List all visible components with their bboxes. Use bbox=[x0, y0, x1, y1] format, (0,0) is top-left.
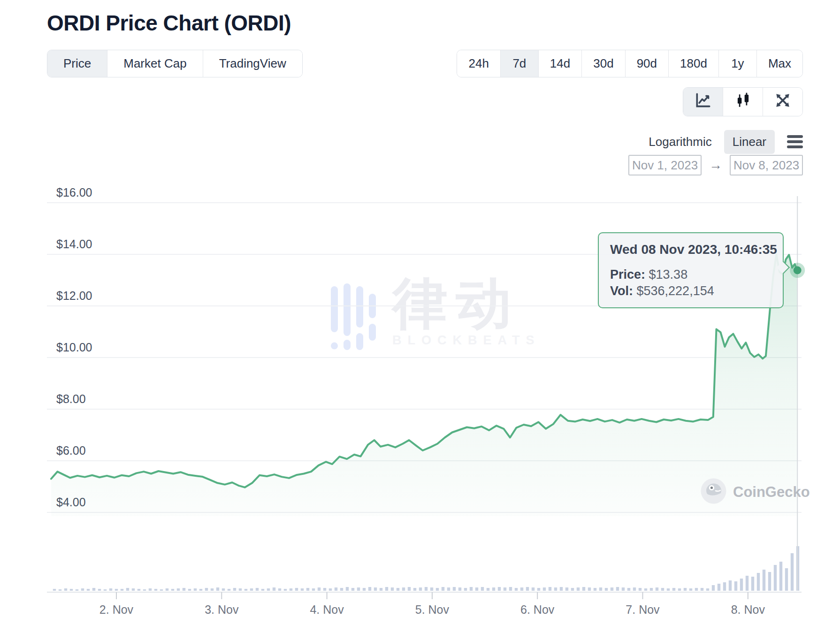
volume-bar bbox=[284, 589, 287, 591]
volume-bar bbox=[92, 588, 95, 591]
volume-bar bbox=[723, 582, 726, 591]
volume-bar bbox=[453, 587, 456, 591]
volume-bar bbox=[458, 587, 461, 591]
volume-bar bbox=[104, 589, 107, 591]
volume-bar bbox=[718, 584, 720, 591]
volume-bar bbox=[678, 588, 681, 591]
volume-bar bbox=[757, 573, 760, 591]
volume-bar bbox=[650, 588, 653, 591]
volume-bar bbox=[532, 587, 535, 591]
volume-bar bbox=[53, 589, 56, 591]
volume-bar bbox=[183, 588, 185, 591]
ordi-price-chart-page: ORDI Price Chart (ORDI) Price Market Cap… bbox=[0, 0, 840, 625]
volume-bar bbox=[498, 587, 501, 591]
y-axis-label: $6.00 bbox=[56, 444, 86, 457]
tooltip-price-row: Price: $13.38 bbox=[610, 267, 771, 283]
volume-bar bbox=[408, 587, 411, 591]
volume-bar bbox=[211, 588, 214, 591]
volume-bar bbox=[132, 588, 135, 591]
x-axis-label: 3. Nov bbox=[205, 603, 239, 616]
volume-bar bbox=[436, 588, 439, 591]
x-axis-label: 2. Nov bbox=[99, 603, 134, 616]
volume-bar bbox=[239, 588, 242, 591]
volume-bar bbox=[734, 581, 737, 591]
y-axis-label: $10.00 bbox=[56, 341, 92, 354]
volume-bar bbox=[763, 570, 765, 591]
volume-bar bbox=[526, 587, 529, 591]
volume-bar bbox=[329, 588, 332, 591]
volume-bar bbox=[126, 588, 129, 591]
volume-bar bbox=[779, 562, 782, 591]
volume-bar bbox=[605, 588, 608, 591]
volume-bar bbox=[695, 588, 698, 591]
volume-bar bbox=[768, 572, 771, 591]
y-axis-label: $14.00 bbox=[56, 237, 92, 251]
x-axis-label: 7. Nov bbox=[626, 603, 660, 616]
volume-bar bbox=[199, 589, 202, 591]
x-axis-label: 6. Nov bbox=[520, 603, 555, 616]
marker-dot[interactable] bbox=[794, 267, 802, 274]
volume-bar bbox=[318, 587, 321, 591]
volume-bar bbox=[599, 587, 602, 591]
volume-bar bbox=[481, 587, 484, 591]
volume-bar bbox=[622, 587, 625, 591]
volume-bar bbox=[391, 587, 394, 591]
volume-bar bbox=[611, 587, 613, 591]
volume-bar bbox=[554, 587, 557, 591]
volume-bar bbox=[661, 588, 664, 591]
volume-bar bbox=[644, 588, 647, 591]
volume-bar bbox=[515, 588, 518, 591]
volume-bar bbox=[504, 587, 506, 591]
volume-bar bbox=[397, 588, 399, 591]
volume-bar bbox=[442, 587, 444, 591]
x-axis-label: 8. Nov bbox=[731, 603, 765, 616]
volume-bar bbox=[81, 588, 84, 591]
volume-bar bbox=[543, 587, 546, 591]
volume-bar bbox=[233, 588, 236, 591]
volume-bar bbox=[684, 588, 687, 591]
volume-bar bbox=[475, 587, 478, 591]
volume-bar bbox=[672, 588, 675, 591]
volume-bar bbox=[301, 588, 304, 591]
volume-bar bbox=[290, 588, 292, 591]
volume-bar bbox=[419, 587, 422, 591]
volume-bar bbox=[577, 587, 580, 591]
volume-bar bbox=[121, 589, 123, 591]
volume-bar bbox=[357, 587, 360, 591]
volume-bar bbox=[689, 588, 692, 591]
volume-bar bbox=[633, 587, 636, 591]
volume-bar bbox=[228, 589, 230, 591]
volume-bar bbox=[267, 588, 270, 591]
volume-bar bbox=[194, 588, 197, 591]
volume-bar bbox=[216, 587, 219, 591]
volume-bar bbox=[447, 587, 450, 591]
volume-bar bbox=[306, 588, 309, 591]
volume-bar bbox=[278, 588, 281, 591]
tooltip-vol-row: Vol: $536,222,154 bbox=[610, 283, 771, 299]
volume-bar bbox=[374, 587, 377, 591]
volume-bar bbox=[537, 588, 540, 591]
volume-bar bbox=[244, 589, 247, 591]
volume-bar bbox=[363, 588, 366, 591]
volume-bar bbox=[430, 587, 433, 591]
tooltip-datetime: Wed 08 Nov 2023, 10:46:35 bbox=[610, 242, 771, 257]
volume-bar bbox=[791, 553, 794, 591]
volume-bar bbox=[487, 588, 489, 591]
volume-bar bbox=[98, 589, 101, 591]
volume-bar bbox=[571, 588, 574, 591]
volume-bar bbox=[712, 585, 715, 591]
volume-bar bbox=[380, 588, 382, 591]
volume-bar bbox=[413, 588, 416, 591]
volume-bar bbox=[425, 587, 428, 591]
volume-bar bbox=[492, 587, 495, 591]
volume-bar bbox=[222, 588, 225, 591]
volume-bar bbox=[312, 588, 315, 591]
volume-bar bbox=[154, 589, 157, 591]
volume-bar bbox=[639, 588, 641, 591]
volume-bar bbox=[346, 587, 349, 591]
volume-bar bbox=[351, 588, 354, 591]
volume-bar bbox=[109, 588, 112, 591]
price-chart-canvas[interactable]: $16.00$14.00$12.00$10.00$8.00$6.00$4.002… bbox=[0, 0, 840, 625]
volume-bar bbox=[509, 587, 512, 591]
volume-bar bbox=[464, 588, 467, 591]
